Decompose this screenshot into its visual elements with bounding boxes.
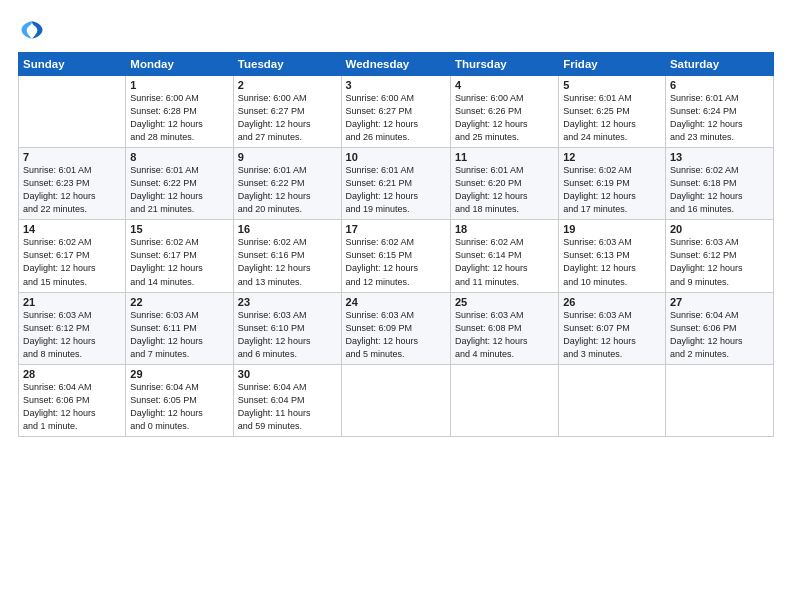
logo-icon <box>18 16 46 44</box>
calendar-week-row: 21Sunrise: 6:03 AM Sunset: 6:12 PM Dayli… <box>19 292 774 364</box>
day-info: Sunrise: 6:01 AM Sunset: 6:24 PM Dayligh… <box>670 92 769 144</box>
calendar-cell: 25Sunrise: 6:03 AM Sunset: 6:08 PM Dayli… <box>450 292 558 364</box>
day-info: Sunrise: 6:03 AM Sunset: 6:08 PM Dayligh… <box>455 309 554 361</box>
day-info: Sunrise: 6:02 AM Sunset: 6:17 PM Dayligh… <box>130 236 229 288</box>
day-number: 16 <box>238 223 337 235</box>
calendar-cell: 10Sunrise: 6:01 AM Sunset: 6:21 PM Dayli… <box>341 148 450 220</box>
calendar-cell: 22Sunrise: 6:03 AM Sunset: 6:11 PM Dayli… <box>126 292 234 364</box>
day-number: 23 <box>238 296 337 308</box>
day-number: 21 <box>23 296 121 308</box>
day-info: Sunrise: 6:04 AM Sunset: 6:06 PM Dayligh… <box>670 309 769 361</box>
calendar-week-row: 28Sunrise: 6:04 AM Sunset: 6:06 PM Dayli… <box>19 364 774 436</box>
weekday-header: Wednesday <box>341 53 450 76</box>
day-info: Sunrise: 6:03 AM Sunset: 6:12 PM Dayligh… <box>23 309 121 361</box>
day-number: 20 <box>670 223 769 235</box>
day-info: Sunrise: 6:03 AM Sunset: 6:07 PM Dayligh… <box>563 309 661 361</box>
day-number: 2 <box>238 79 337 91</box>
day-info: Sunrise: 6:00 AM Sunset: 6:27 PM Dayligh… <box>346 92 446 144</box>
calendar: SundayMondayTuesdayWednesdayThursdayFrid… <box>18 52 774 437</box>
calendar-cell: 8Sunrise: 6:01 AM Sunset: 6:22 PM Daylig… <box>126 148 234 220</box>
weekday-header: Friday <box>559 53 666 76</box>
calendar-cell: 7Sunrise: 6:01 AM Sunset: 6:23 PM Daylig… <box>19 148 126 220</box>
calendar-cell: 30Sunrise: 6:04 AM Sunset: 6:04 PM Dayli… <box>233 364 341 436</box>
day-info: Sunrise: 6:01 AM Sunset: 6:22 PM Dayligh… <box>238 164 337 216</box>
page: SundayMondayTuesdayWednesdayThursdayFrid… <box>0 0 792 612</box>
calendar-cell: 16Sunrise: 6:02 AM Sunset: 6:16 PM Dayli… <box>233 220 341 292</box>
day-number: 8 <box>130 151 229 163</box>
calendar-cell: 14Sunrise: 6:02 AM Sunset: 6:17 PM Dayli… <box>19 220 126 292</box>
weekday-header-row: SundayMondayTuesdayWednesdayThursdayFrid… <box>19 53 774 76</box>
calendar-cell: 21Sunrise: 6:03 AM Sunset: 6:12 PM Dayli… <box>19 292 126 364</box>
header <box>18 16 774 44</box>
calendar-week-row: 1Sunrise: 6:00 AM Sunset: 6:28 PM Daylig… <box>19 76 774 148</box>
day-number: 22 <box>130 296 229 308</box>
day-number: 12 <box>563 151 661 163</box>
day-info: Sunrise: 6:03 AM Sunset: 6:10 PM Dayligh… <box>238 309 337 361</box>
weekday-header: Saturday <box>665 53 773 76</box>
calendar-cell: 27Sunrise: 6:04 AM Sunset: 6:06 PM Dayli… <box>665 292 773 364</box>
day-number: 10 <box>346 151 446 163</box>
day-info: Sunrise: 6:02 AM Sunset: 6:16 PM Dayligh… <box>238 236 337 288</box>
day-number: 4 <box>455 79 554 91</box>
calendar-cell: 18Sunrise: 6:02 AM Sunset: 6:14 PM Dayli… <box>450 220 558 292</box>
day-number: 7 <box>23 151 121 163</box>
day-number: 1 <box>130 79 229 91</box>
day-info: Sunrise: 6:03 AM Sunset: 6:13 PM Dayligh… <box>563 236 661 288</box>
calendar-cell: 26Sunrise: 6:03 AM Sunset: 6:07 PM Dayli… <box>559 292 666 364</box>
day-number: 24 <box>346 296 446 308</box>
day-info: Sunrise: 6:02 AM Sunset: 6:17 PM Dayligh… <box>23 236 121 288</box>
day-info: Sunrise: 6:04 AM Sunset: 6:05 PM Dayligh… <box>130 381 229 433</box>
day-number: 27 <box>670 296 769 308</box>
day-info: Sunrise: 6:04 AM Sunset: 6:06 PM Dayligh… <box>23 381 121 433</box>
calendar-cell <box>665 364 773 436</box>
day-info: Sunrise: 6:02 AM Sunset: 6:15 PM Dayligh… <box>346 236 446 288</box>
day-number: 6 <box>670 79 769 91</box>
calendar-cell: 4Sunrise: 6:00 AM Sunset: 6:26 PM Daylig… <box>450 76 558 148</box>
day-number: 13 <box>670 151 769 163</box>
calendar-week-row: 14Sunrise: 6:02 AM Sunset: 6:17 PM Dayli… <box>19 220 774 292</box>
day-number: 15 <box>130 223 229 235</box>
calendar-cell: 5Sunrise: 6:01 AM Sunset: 6:25 PM Daylig… <box>559 76 666 148</box>
day-number: 28 <box>23 368 121 380</box>
day-info: Sunrise: 6:01 AM Sunset: 6:20 PM Dayligh… <box>455 164 554 216</box>
calendar-cell: 11Sunrise: 6:01 AM Sunset: 6:20 PM Dayli… <box>450 148 558 220</box>
calendar-cell: 3Sunrise: 6:00 AM Sunset: 6:27 PM Daylig… <box>341 76 450 148</box>
calendar-cell: 19Sunrise: 6:03 AM Sunset: 6:13 PM Dayli… <box>559 220 666 292</box>
day-info: Sunrise: 6:00 AM Sunset: 6:27 PM Dayligh… <box>238 92 337 144</box>
weekday-header: Monday <box>126 53 234 76</box>
calendar-cell: 17Sunrise: 6:02 AM Sunset: 6:15 PM Dayli… <box>341 220 450 292</box>
day-number: 14 <box>23 223 121 235</box>
day-number: 9 <box>238 151 337 163</box>
calendar-cell: 28Sunrise: 6:04 AM Sunset: 6:06 PM Dayli… <box>19 364 126 436</box>
calendar-cell <box>450 364 558 436</box>
day-info: Sunrise: 6:02 AM Sunset: 6:19 PM Dayligh… <box>563 164 661 216</box>
day-number: 29 <box>130 368 229 380</box>
day-number: 26 <box>563 296 661 308</box>
day-number: 11 <box>455 151 554 163</box>
day-number: 5 <box>563 79 661 91</box>
day-info: Sunrise: 6:03 AM Sunset: 6:09 PM Dayligh… <box>346 309 446 361</box>
day-info: Sunrise: 6:04 AM Sunset: 6:04 PM Dayligh… <box>238 381 337 433</box>
calendar-cell: 6Sunrise: 6:01 AM Sunset: 6:24 PM Daylig… <box>665 76 773 148</box>
calendar-cell <box>341 364 450 436</box>
day-number: 17 <box>346 223 446 235</box>
calendar-cell: 12Sunrise: 6:02 AM Sunset: 6:19 PM Dayli… <box>559 148 666 220</box>
day-number: 18 <box>455 223 554 235</box>
calendar-cell: 23Sunrise: 6:03 AM Sunset: 6:10 PM Dayli… <box>233 292 341 364</box>
calendar-cell <box>559 364 666 436</box>
day-info: Sunrise: 6:01 AM Sunset: 6:21 PM Dayligh… <box>346 164 446 216</box>
day-number: 30 <box>238 368 337 380</box>
day-number: 19 <box>563 223 661 235</box>
calendar-cell: 20Sunrise: 6:03 AM Sunset: 6:12 PM Dayli… <box>665 220 773 292</box>
day-info: Sunrise: 6:03 AM Sunset: 6:12 PM Dayligh… <box>670 236 769 288</box>
day-info: Sunrise: 6:01 AM Sunset: 6:25 PM Dayligh… <box>563 92 661 144</box>
weekday-header: Thursday <box>450 53 558 76</box>
calendar-cell: 9Sunrise: 6:01 AM Sunset: 6:22 PM Daylig… <box>233 148 341 220</box>
calendar-cell: 15Sunrise: 6:02 AM Sunset: 6:17 PM Dayli… <box>126 220 234 292</box>
weekday-header: Sunday <box>19 53 126 76</box>
day-info: Sunrise: 6:02 AM Sunset: 6:14 PM Dayligh… <box>455 236 554 288</box>
day-info: Sunrise: 6:01 AM Sunset: 6:22 PM Dayligh… <box>130 164 229 216</box>
day-info: Sunrise: 6:03 AM Sunset: 6:11 PM Dayligh… <box>130 309 229 361</box>
calendar-cell: 13Sunrise: 6:02 AM Sunset: 6:18 PM Dayli… <box>665 148 773 220</box>
day-number: 25 <box>455 296 554 308</box>
